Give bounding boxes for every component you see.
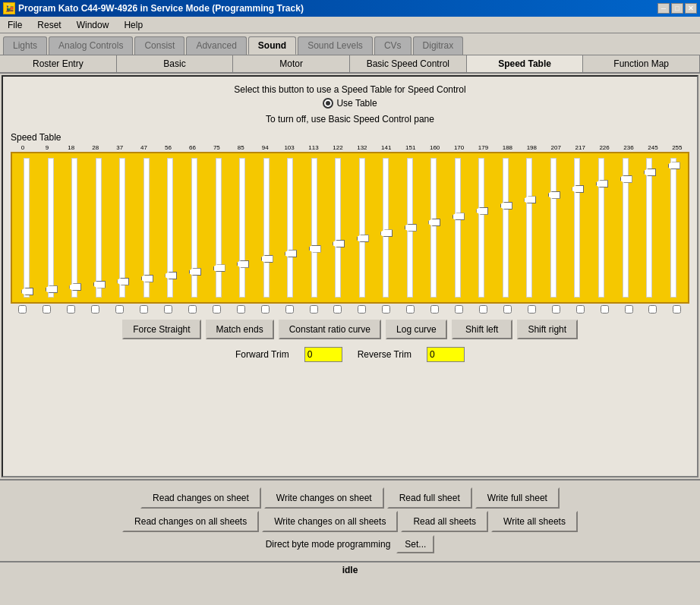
slider-col-5[interactable]: [135, 156, 159, 299]
slider-thumb-14[interactable]: [357, 235, 369, 242]
read-full-sheet-button[interactable]: Read full sheet: [387, 487, 472, 509]
slider-checkbox-14[interactable]: [358, 305, 366, 314]
read-changes-all-sheets-button[interactable]: Read changes on all sheets: [122, 511, 259, 532]
slider-col-7[interactable]: [183, 156, 207, 299]
forward-trim-input[interactable]: [304, 347, 342, 362]
slider-checkbox-24[interactable]: [601, 305, 609, 314]
slider-checkbox-7[interactable]: [188, 305, 197, 314]
read-changes-sheet-button[interactable]: Read changes on sheet: [140, 487, 261, 509]
tab2-basic-speed-control[interactable]: Basic Speed Control: [350, 55, 467, 72]
tab-digitrax[interactable]: Digitrax: [413, 36, 464, 55]
slider-thumb-26[interactable]: [644, 169, 656, 176]
slider-thumb-22[interactable]: [548, 191, 560, 199]
slider-col-23[interactable]: [566, 156, 589, 299]
tab2-function-map[interactable]: Function Map: [583, 55, 700, 72]
slider-checkbox-4[interactable]: [115, 305, 124, 314]
slider-thumb-10[interactable]: [261, 255, 273, 263]
menu-file[interactable]: File: [3, 18, 27, 32]
slider-thumb-8[interactable]: [213, 264, 225, 272]
slider-checkbox-16[interactable]: [406, 305, 415, 314]
slider-checkbox-2[interactable]: [67, 305, 75, 314]
slider-checkbox-1[interactable]: [43, 305, 51, 314]
menu-window[interactable]: Window: [72, 18, 114, 32]
write-all-sheets-button[interactable]: Write all sheets: [491, 511, 578, 532]
tab2-motor[interactable]: Motor: [233, 55, 350, 72]
slider-col-17[interactable]: [422, 156, 446, 299]
slider-thumb-17[interactable]: [428, 219, 440, 226]
slider-col-25[interactable]: [613, 156, 637, 299]
tab-advanced[interactable]: Advanced: [186, 36, 246, 55]
slider-thumb-19[interactable]: [476, 207, 488, 215]
slider-checkbox-15[interactable]: [382, 305, 390, 314]
slider-checkbox-18[interactable]: [455, 305, 463, 314]
slider-checkbox-8[interactable]: [213, 305, 221, 314]
slider-col-27[interactable]: [661, 156, 685, 299]
read-all-sheets-button[interactable]: Read all sheets: [401, 511, 488, 532]
write-changes-all-sheets-button[interactable]: Write changes on all sheets: [262, 511, 398, 532]
shift-left-button[interactable]: Shift left: [452, 320, 512, 339]
slider-checkbox-23[interactable]: [576, 305, 585, 314]
slider-checkbox-0[interactable]: [18, 305, 27, 314]
slider-thumb-2[interactable]: [69, 283, 81, 291]
slider-checkbox-9[interactable]: [237, 305, 245, 314]
slider-checkbox-22[interactable]: [552, 305, 560, 314]
slider-col-12[interactable]: [302, 156, 326, 299]
slider-col-8[interactable]: [207, 156, 230, 299]
close-button[interactable]: ✕: [685, 3, 697, 14]
reverse-trim-input[interactable]: [427, 347, 465, 362]
slider-thumb-21[interactable]: [524, 196, 536, 203]
slider-thumb-3[interactable]: [93, 281, 106, 288]
slider-col-18[interactable]: [446, 156, 470, 299]
maximize-button[interactable]: □: [671, 3, 683, 14]
slider-thumb-5[interactable]: [141, 275, 153, 282]
tab-analog-controls[interactable]: Analog Controls: [49, 36, 133, 55]
slider-checkbox-26[interactable]: [648, 305, 657, 314]
slider-thumb-1[interactable]: [46, 285, 58, 293]
tab-sound[interactable]: Sound: [248, 36, 296, 55]
slider-col-10[interactable]: [254, 156, 278, 299]
slider-thumb-20[interactable]: [500, 202, 512, 210]
slider-col-14[interactable]: [350, 156, 374, 299]
slider-checkbox-19[interactable]: [479, 305, 487, 314]
slider-col-0[interactable]: [15, 156, 39, 299]
slider-thumb-13[interactable]: [333, 240, 345, 247]
constant-ratio-curve-button[interactable]: Constant ratio curve: [279, 320, 381, 339]
write-full-sheet-button[interactable]: Write full sheet: [475, 487, 560, 509]
slider-col-2[interactable]: [63, 156, 87, 299]
slider-checkbox-11[interactable]: [285, 305, 294, 314]
slider-checkbox-25[interactable]: [625, 305, 633, 314]
slider-thumb-12[interactable]: [309, 245, 321, 253]
slider-checkbox-5[interactable]: [140, 305, 148, 314]
slider-col-13[interactable]: [326, 156, 350, 299]
slider-checkbox-3[interactable]: [91, 305, 99, 314]
slider-col-4[interactable]: [111, 156, 134, 299]
slider-col-1[interactable]: [39, 156, 63, 299]
slider-thumb-27[interactable]: [668, 162, 680, 169]
slider-checkbox-21[interactable]: [528, 305, 536, 314]
slider-checkbox-27[interactable]: [673, 305, 681, 314]
slider-col-20[interactable]: [494, 156, 518, 299]
tab2-speed-table[interactable]: Speed Table: [467, 55, 584, 72]
set-button[interactable]: Set...: [396, 535, 434, 553]
shift-right-button[interactable]: Shift right: [517, 320, 578, 339]
slider-col-16[interactable]: [399, 156, 422, 299]
slider-col-15[interactable]: [374, 156, 398, 299]
use-table-radio-label[interactable]: Use Table: [323, 98, 377, 109]
slider-thumb-7[interactable]: [189, 268, 201, 276]
slider-col-3[interactable]: [87, 156, 111, 299]
tab-cvs[interactable]: CVs: [374, 36, 411, 55]
slider-checkbox-6[interactable]: [164, 305, 172, 314]
slider-col-19[interactable]: [470, 156, 493, 299]
slider-checkbox-13[interactable]: [333, 305, 342, 314]
slider-col-22[interactable]: [542, 156, 566, 299]
slider-thumb-9[interactable]: [237, 260, 249, 268]
log-curve-button[interactable]: Log curve: [386, 320, 447, 339]
slider-thumb-11[interactable]: [285, 250, 297, 257]
tab-lights[interactable]: Lights: [3, 36, 47, 55]
slider-thumb-24[interactable]: [596, 180, 608, 187]
slider-thumb-23[interactable]: [572, 185, 584, 193]
minimize-button[interactable]: ─: [657, 3, 670, 14]
slider-checkbox-20[interactable]: [503, 305, 512, 314]
slider-thumb-0[interactable]: [21, 288, 33, 295]
menu-help[interactable]: Help: [119, 18, 147, 32]
